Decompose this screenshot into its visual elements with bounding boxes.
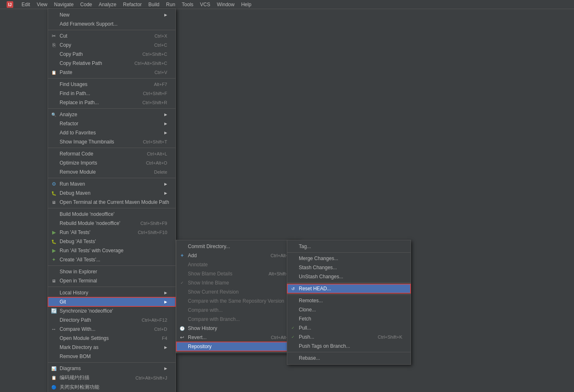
- menu-item-analyze[interactable]: 🔍 Analyze: [48, 110, 175, 119]
- debug-maven-icon: 🐛: [50, 190, 57, 196]
- push-check-icon: ✓: [290, 334, 296, 340]
- menu-item-open-in-terminal[interactable]: 🖥 Open in Terminal: [48, 276, 175, 285]
- revert-icon: ↩: [179, 334, 185, 341]
- menu-item-debug-maven[interactable]: 🐛 Debug Maven: [48, 189, 175, 198]
- menu-item-commit-directory[interactable]: Commit Directory...: [176, 242, 300, 251]
- menu-item-directory-path[interactable]: Directory Path Ctrl+Alt+F12: [48, 316, 175, 325]
- separator: [48, 78, 175, 79]
- menu-build[interactable]: Build: [145, 1, 163, 8]
- menu-item-unstash-changes[interactable]: UnStash Changes...: [287, 272, 411, 281]
- menu-item-run-maven[interactable]: ⚙ Run Maven: [48, 179, 175, 189]
- menu-item-annotate[interactable]: Annotate: [176, 260, 300, 269]
- history-icon: 🕐: [179, 325, 185, 332]
- menu-edit[interactable]: Edit: [18, 1, 34, 8]
- separator: [48, 208, 175, 208]
- copy-icon: ⎘: [50, 42, 57, 48]
- menu-refactor[interactable]: Refactor: [120, 1, 145, 8]
- menu-item-push-tags[interactable]: Push Tags on Branch...: [287, 342, 411, 351]
- menu-item-show-current-revision[interactable]: Show Current Revision: [176, 287, 300, 296]
- run-tests-icon: ▶: [50, 229, 57, 236]
- menu-item-mark-directory[interactable]: Mark Directory as: [48, 343, 175, 352]
- menu-item-synchronize[interactable]: 🔄 Synchronize 'nodeoffice': [48, 306, 175, 316]
- menu-run[interactable]: Run: [163, 1, 178, 8]
- realtime-icon: 🔵: [50, 384, 57, 391]
- separator: [48, 108, 175, 109]
- menu-item-find-usages[interactable]: Find Usages Alt+F7: [48, 80, 175, 89]
- menu-item-create-all-tests[interactable]: ✦ Create 'All Tests'...: [48, 255, 175, 264]
- menu-item-copy-path[interactable]: Copy Path Ctrl+Shift+C: [48, 50, 175, 59]
- menu-tools[interactable]: Tools: [178, 1, 197, 8]
- menu-item-local-history[interactable]: Local History: [48, 288, 175, 297]
- debug-tests-icon: 🐛: [50, 238, 57, 245]
- menu-item-debug-all-tests[interactable]: 🐛 Debug 'All Tests': [48, 237, 175, 246]
- menu-view[interactable]: View: [34, 1, 51, 8]
- menu-item-rebuild-module[interactable]: Rebuild Module 'nodeoffice' Ctrl+Shift+F…: [48, 219, 175, 228]
- menu-item-copy[interactable]: ⎘ Copy Ctrl+C: [48, 41, 175, 50]
- menu-item-cut[interactable]: ✂ Cut Ctrl+X: [48, 31, 175, 41]
- menu-item-encoding-scan[interactable]: 📋 编码规约扫描 Ctrl+Alt+Shift+J: [48, 373, 175, 382]
- menu-item-real-time-detect[interactable]: 🔵 关闭实时检测功能: [48, 382, 175, 392]
- menu-navigate[interactable]: Navigate: [50, 1, 77, 8]
- git-submenu: Commit Directory... + Add Ctrl+Alt+A Ann…: [176, 240, 300, 353]
- menu-help[interactable]: Help: [238, 1, 255, 8]
- analyze-icon: 🔍: [50, 111, 57, 118]
- menu-item-reformat-code[interactable]: Reformat Code Ctrl+Alt+L: [48, 149, 175, 158]
- separator: [48, 148, 175, 148]
- menu-item-run-coverage[interactable]: ▶ Run 'All Tests' with Coverage: [48, 246, 175, 255]
- menu-item-fetch[interactable]: Fetch: [287, 314, 411, 323]
- menu-item-new[interactable]: New: [48, 10, 175, 19]
- menu-item-find-in-path[interactable]: Find in Path... Ctrl+Shift+F: [48, 89, 175, 98]
- menu-item-add-to-favorites[interactable]: Add to Favorites: [48, 128, 175, 137]
- run-coverage-icon: ▶: [50, 247, 57, 254]
- menu-item-show-blame-details[interactable]: Show Blame Details Alt+Shift+B: [176, 269, 300, 278]
- menu-item-tag[interactable]: Tag...: [287, 242, 411, 251]
- menu-item-reset-head[interactable]: ↺ Reset HEAD...: [287, 284, 411, 293]
- menu-item-remove-module[interactable]: Remove Module Delete: [48, 167, 175, 177]
- menu-item-show-in-explorer[interactable]: Show in Explorer: [48, 267, 175, 276]
- compare-icon: ↔: [50, 326, 57, 332]
- menu-item-remove-bom[interactable]: Remove BOM: [48, 352, 175, 361]
- menu-item-refactor[interactable]: Refactor: [48, 119, 175, 128]
- menu-item-add[interactable]: + Add Ctrl+Alt+A: [176, 251, 300, 260]
- menu-analyze[interactable]: Analyze: [96, 1, 120, 8]
- menu-item-show-image-thumbnails[interactable]: Show Image Thumbnails Ctrl+Shift+T: [48, 137, 175, 146]
- new-icon: [50, 12, 57, 18]
- menu-item-add-framework[interactable]: Add Framework Support...: [48, 19, 175, 29]
- menu-window[interactable]: Window: [214, 1, 238, 8]
- menu-item-rebase[interactable]: Rebase...: [287, 354, 411, 363]
- menu-item-repository[interactable]: Repository: [176, 342, 300, 351]
- menu-item-compare-same-repo[interactable]: Compare with the Same Repository Version: [176, 296, 300, 306]
- menu-item-open-module-settings[interactable]: Open Module Settings F4: [48, 334, 175, 343]
- menu-code[interactable]: Code: [77, 1, 96, 8]
- menu-item-open-terminal-maven[interactable]: 🖥 Open Terminal at the Current Maven Mod…: [48, 198, 175, 207]
- encoding-icon: 📋: [50, 375, 57, 381]
- menu-item-optimize-imports[interactable]: Optimize Imports Ctrl+Alt+O: [48, 158, 175, 167]
- menu-item-merge-changes[interactable]: Merge Changes...: [287, 254, 411, 263]
- menu-item-replace-in-path[interactable]: Replace in Path... Ctrl+Shift+R: [48, 98, 175, 107]
- menu-item-clone[interactable]: Clone...: [287, 305, 411, 314]
- menu-item-remotes[interactable]: Remotes...: [287, 296, 411, 305]
- menu-item-revert[interactable]: ↩ Revert... Ctrl+Alt+Z: [176, 333, 300, 342]
- menu-item-compare-with-menu[interactable]: Compare with...: [176, 306, 300, 315]
- menu-item-push[interactable]: ✓ Push... Ctrl+Shift+K: [287, 332, 411, 342]
- menu-item-show-history[interactable]: 🕐 Show History: [176, 324, 300, 333]
- menu-item-pull[interactable]: ✓ Pull...: [287, 323, 411, 332]
- menu-item-copy-relative-path[interactable]: Copy Relative Path Ctrl+Alt+Shift+C: [48, 59, 175, 68]
- repository-submenu: Tag... Merge Changes... Stash Changes...…: [287, 240, 411, 365]
- svg-text:IJ: IJ: [8, 2, 12, 7]
- menu-vcs[interactable]: VCS: [197, 1, 214, 8]
- menu-item-stash-changes[interactable]: Stash Changes...: [287, 263, 411, 272]
- menu-item-show-inline-blame[interactable]: ✓ Show Inline Blame: [176, 278, 300, 287]
- menu-item-compare-branch[interactable]: Compare with Branch...: [176, 315, 300, 324]
- menu-item-diagrams[interactable]: 📊 Diagrams: [48, 364, 175, 373]
- main-context-menu: New Add Framework Support... ✂ Cut Ctrl+…: [48, 8, 176, 392]
- menu-item-compare-with[interactable]: ↔ Compare With... Ctrl+D: [48, 325, 175, 334]
- menu-item-build-module[interactable]: Build Module 'nodeoffice': [48, 210, 175, 219]
- menu-item-run-all-tests[interactable]: ▶ Run 'All Tests' Ctrl+Shift+F10: [48, 228, 175, 237]
- sync-icon: 🔄: [50, 308, 57, 314]
- pull-check-icon: ✓: [290, 325, 296, 331]
- cut-icon: ✂: [50, 33, 57, 39]
- separator: [48, 287, 175, 287]
- menu-item-paste[interactable]: 📋 Paste Ctrl+V: [48, 68, 175, 77]
- menu-item-git[interactable]: Git: [48, 297, 175, 306]
